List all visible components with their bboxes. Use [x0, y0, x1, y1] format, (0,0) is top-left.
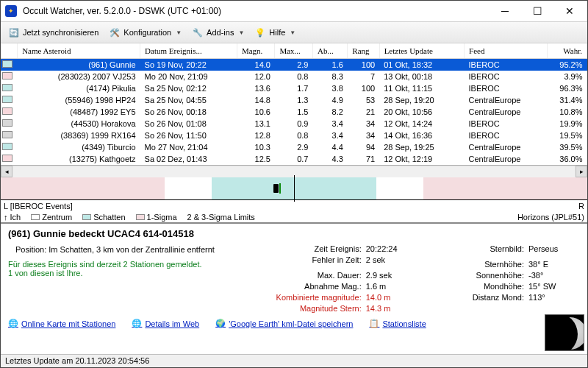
- scroll-right-button[interactable]: ▸: [576, 166, 587, 177]
- topline-left: L [IBEROC Events]: [4, 202, 73, 210]
- sun-label: Sonnenhöhe:: [432, 270, 528, 281]
- col-rang[interactable]: Rang: [348, 43, 379, 59]
- maximize-button[interactable]: ☐: [521, 1, 553, 21]
- legend-23sigma: 2 & 3-Sigma Limits: [187, 213, 255, 222]
- err-label: Fehler in Zeit:: [253, 255, 366, 266]
- mags-value: 14.3 m: [366, 303, 417, 314]
- close-button[interactable]: ✕: [553, 1, 586, 21]
- asteroid-table-wrapper: Name Asteroid Datum Ereignis... Magn. Ma…: [1, 43, 587, 166]
- list-icon: 📋: [369, 319, 379, 328]
- col-wahr[interactable]: Wahr.: [548, 43, 587, 59]
- sync-label: Jetzt synchronisieren: [23, 28, 98, 37]
- maxd-label: Max. Dauer:: [253, 270, 366, 281]
- table-row[interactable]: (13275) KathgoetzSa 02 Dez, 01:4312.50.7…: [1, 153, 587, 165]
- chevron-down-icon: ▼: [290, 29, 295, 36]
- table-row[interactable]: (283023) 2007 VJ253Mo 20 Nov, 21:0912.00…: [1, 71, 587, 82]
- time-value: 20:22:24: [366, 244, 417, 255]
- table-row[interactable]: (48487) 1992 EY5So 26 Nov, 00:1810.61.58…: [1, 106, 587, 118]
- legend: ↑Ich Zentrum Schatten 1-Sigma 2 & 3-Sigm…: [1, 211, 587, 223]
- arrow-icon: ↑: [4, 213, 8, 222]
- sync-icon: 🔄: [8, 26, 20, 38]
- const-label: Sternbild:: [432, 244, 528, 255]
- event-title: (961) Gunnie bedeckt UCAC4 614-014518: [8, 228, 580, 239]
- stations-line1: Für dieses Ereignis sind derzeit 2 Stati…: [8, 260, 238, 269]
- config-label: Konfiguration: [123, 28, 171, 37]
- event-details-panel: (961) Gunnie bedeckt UCAC4 614-014518 Po…: [1, 223, 587, 354]
- sun-value: -38°: [528, 270, 580, 281]
- kml-link[interactable]: 🌍'Google Earth' kml-Datei speichern: [215, 319, 353, 328]
- position-value: Im Schatten, 3 km von der Zentrallinie e…: [49, 245, 215, 254]
- table-row[interactable]: (38369) 1999 RX164So 26 Nov, 11:5012.80.…: [1, 130, 587, 141]
- links-row: 🌐Online Karte mit Stationen 🌐Details im …: [8, 319, 580, 328]
- table-row[interactable]: (961) GunnieSo 19 Nov, 20:2214.02.91.610…: [1, 59, 587, 71]
- observer-marker: [273, 184, 279, 193]
- alt-label: Sternhöhe:: [432, 259, 528, 270]
- legend-ich: Ich: [10, 213, 21, 222]
- alt-value: 38° E: [528, 259, 580, 270]
- addins-icon: 🔧: [192, 26, 204, 38]
- asteroid-table[interactable]: Name Asteroid Datum Ereignis... Magn. Ma…: [1, 43, 587, 165]
- app-icon: ✦: [5, 5, 17, 17]
- err-value: 2 sek: [366, 255, 417, 266]
- col-max[interactable]: Max...: [275, 43, 313, 59]
- statusbar: Letztes Update am 20.11.2023 20:54:56: [1, 354, 587, 367]
- sync-button[interactable]: 🔄 Jetzt synchronisieren: [4, 24, 103, 40]
- legend-zentrum: Zentrum: [42, 213, 72, 222]
- dist-label: Distanz Mond:: [432, 292, 528, 303]
- maxd-value: 2.9 sek: [366, 270, 417, 281]
- details-link[interactable]: 🌐Details im Web: [132, 319, 199, 328]
- help-icon: 💡: [254, 26, 266, 38]
- table-row[interactable]: (44530) HorakovaSo 26 Nov, 01:0813.10.93…: [1, 118, 587, 130]
- table-row[interactable]: (4349) TiburcioMo 27 Nov, 21:0410.32.94.…: [1, 141, 587, 153]
- abn-value: 1.6 m: [366, 281, 417, 292]
- stations-link[interactable]: 📋Stationsliste: [369, 319, 426, 328]
- globe-icon: 🌐: [8, 319, 18, 328]
- col-last[interactable]: Letztes Update: [379, 43, 464, 59]
- titlebar: ✦ Occult Watcher, ver. 5.2.0.0 - DSWK (U…: [1, 1, 587, 21]
- abn-label: Abnahme Mag.:: [253, 281, 366, 292]
- col-feed[interactable]: Feed: [465, 43, 548, 59]
- moon-label: Mondhöhe:: [432, 281, 528, 292]
- path-diagram: [1, 177, 587, 199]
- chevron-down-icon: ▼: [176, 29, 182, 36]
- config-icon: 🛠️: [109, 26, 121, 38]
- col-name[interactable]: Name Asteroid: [18, 43, 140, 59]
- table-header-row: Name Asteroid Datum Ereignis... Magn. Ma…: [1, 43, 587, 59]
- dist-value: 113°: [528, 292, 580, 303]
- mags-label: Magnitude Stern:: [253, 303, 366, 314]
- col-magn[interactable]: Magn.: [237, 43, 275, 59]
- legend-schatten: Schatten: [93, 213, 125, 222]
- help-label: Hilfe: [269, 28, 285, 37]
- minimize-button[interactable]: ─: [489, 1, 521, 21]
- addins-label: Add-ins: [207, 28, 234, 37]
- map-link[interactable]: 🌐Online Karte mit Stationen: [8, 319, 115, 328]
- help-button[interactable]: 💡 Hilfe ▼: [250, 24, 300, 40]
- ie-icon: 🌐: [132, 319, 142, 328]
- window-title: Occult Watcher, ver. 5.2.0.0 - DSWK (UTC…: [23, 6, 489, 16]
- time-label: Zeit Ereignis:: [253, 244, 366, 255]
- komb-label: Kombinierte magnitude:: [253, 292, 366, 303]
- col-date[interactable]: Datum Ereignis...: [140, 43, 237, 59]
- const-value: Perseus: [528, 244, 580, 255]
- moon-value: 15° SW: [528, 281, 580, 292]
- table-row[interactable]: (4174) PikuliaSa 25 Nov, 02:1213.61.73.8…: [1, 82, 587, 94]
- topline-right: R: [578, 202, 584, 210]
- komb-value: 14.0 m: [366, 292, 417, 303]
- addins-button[interactable]: 🔧 Add-ins ▼: [187, 24, 248, 40]
- scroll-left-button[interactable]: ◂: [1, 166, 12, 177]
- position-label: Position:: [15, 245, 46, 254]
- stations-line2: 1 von diesen ist Ihre.: [8, 269, 238, 277]
- earth-icon: 🌍: [215, 319, 226, 328]
- col-ab[interactable]: Ab...: [312, 43, 347, 59]
- legend-horizons: Horizons (JPL#51): [517, 213, 584, 222]
- config-button[interactable]: 🛠️ Konfiguration ▼: [104, 24, 186, 40]
- chevron-down-icon: ▼: [238, 29, 244, 36]
- table-row[interactable]: (55946) 1998 HP24Sa 25 Nov, 04:5514.81.3…: [1, 94, 587, 106]
- moon-phase-widget: [545, 314, 584, 351]
- toolbar: 🔄 Jetzt synchronisieren 🛠️ Konfiguration…: [1, 21, 587, 43]
- legend-1sigma: 1-Sigma: [147, 213, 177, 222]
